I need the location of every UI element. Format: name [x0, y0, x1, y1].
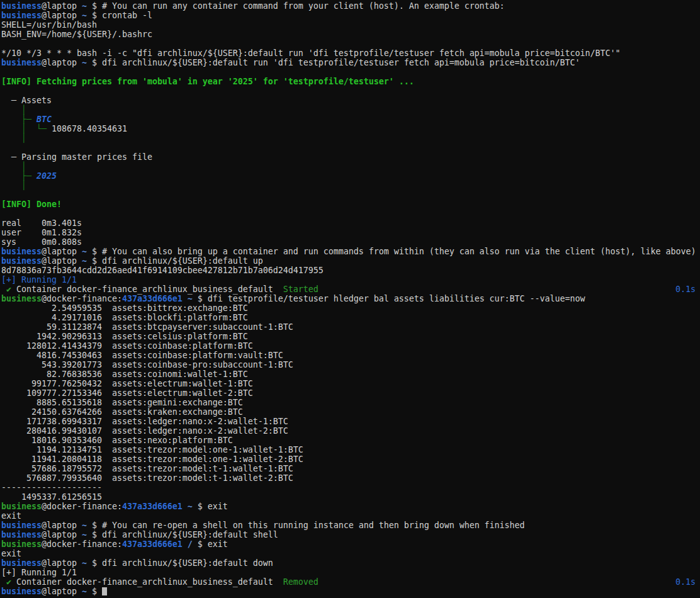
text-run: ~ — [82, 1, 87, 11]
terminal-line: business@laptop ~ $ crontab -l — [1, 11, 700, 20]
terminal-line: user 0m1.832s — [1, 228, 700, 237]
terminal-line: 280416.99430107 assets:ledger:nano:x-2:w… — [1, 426, 700, 436]
terminal-line: [+] Running 1/1 — [1, 275, 700, 285]
text-run: 82.76838536 assets:coinomi:wallet-1:BTC — [1, 370, 248, 379]
text-run: Container docker-finance_archlinux_busin… — [16, 577, 283, 587]
terminal-line: real 0m3.401s — [1, 218, 700, 228]
terminal-line: 18016.90353460 assets:nexo:platform:BTC — [1, 436, 700, 445]
text-run: ─ Assets — [1, 96, 52, 105]
text-run: │ — [1, 162, 26, 171]
terminal-line: 59.31123874 assets:btcpayserver:subaccou… — [1, 322, 700, 332]
text-run: $ dfi archlinux/${USER}:default shell — [87, 530, 278, 539]
cursor — [102, 587, 107, 595]
terminal-line: business@laptop ~ $ dfi archlinux/${USER… — [1, 530, 700, 539]
text-run: sys 0m0.808s — [1, 237, 82, 247]
text-run: $ — [87, 587, 102, 596]
terminal-line: ✔ Container docker-finance_archlinux_bus… — [1, 285, 700, 294]
terminal-line: 8d78836a73fb3644cdd2d26aed41f6914109cbee… — [1, 266, 700, 275]
text-run: 59.31123874 assets:btcpayserver:subaccou… — [1, 322, 293, 332]
terminal-line — [1, 86, 700, 96]
text-run: ~ — [82, 530, 87, 539]
terminal-line — [1, 190, 700, 200]
text-run: 2.54959535 assets:bittrex:exchange:BTC — [1, 303, 248, 313]
terminal-line: exit — [1, 549, 700, 558]
text-run: business — [1, 587, 42, 596]
text-run: ─ Parsing master prices file — [1, 152, 152, 162]
text-run: -------------------- — [1, 483, 102, 492]
terminal-line: [INFO] Done! — [1, 200, 700, 209]
terminal-line: business@laptop ~ $ dfi archlinux/${USER… — [1, 558, 700, 568]
terminal-line: 2.54959535 assets:bittrex:exchange:BTC — [1, 303, 700, 313]
terminal-line: 576887.79935640 assets:trezor:model:t-1:… — [1, 473, 700, 483]
terminal-line: ├─ BTC — [1, 115, 700, 124]
text-run: Container docker-finance_archlinux_busin… — [16, 285, 283, 294]
text-run: │ — [1, 105, 26, 115]
text-run: ✔ — [1, 285, 16, 294]
terminal-line: [+] Running 1/1 — [1, 568, 700, 577]
terminal-line: 99177.76250432 assets:electrum:wallet-1:… — [1, 379, 700, 388]
text-run: business — [1, 502, 42, 511]
text-run: @laptop — [42, 58, 82, 67]
text-run: │ — [1, 181, 26, 190]
terminal-line: 4816.74530463 assets:coinbase:platform:v… — [1, 351, 700, 360]
terminal-line: 57686.18795572 assets:trezor:model:t-1:w… — [1, 464, 700, 473]
text-run: 8885.65135618 assets:gemini:exchange:BTC — [1, 398, 243, 407]
text-run: @laptop — [42, 558, 82, 568]
text-run: $ # You can also bring up a container an… — [87, 247, 696, 256]
text-run: @laptop — [42, 11, 82, 20]
terminal-line: │ — [1, 162, 700, 171]
text-run: business — [1, 11, 42, 20]
terminal-line: SHELL=/usr/bin/bash — [1, 20, 700, 30]
terminal-line — [1, 209, 700, 218]
text-run: 437a33d666e1 — [122, 539, 183, 549]
text-run: ~ — [82, 247, 87, 256]
text-run: $ dfi archlinux/${USER}:default up — [87, 256, 263, 266]
terminal-line: exit — [1, 511, 700, 521]
terminal-line: 543.39201773 assets:coinbase-pro:subacco… — [1, 360, 700, 370]
terminal-line: business@laptop ~ $ dfi archlinux/${USER… — [1, 256, 700, 266]
text-run: / — [188, 539, 193, 549]
terminal-line: │ — [1, 105, 700, 115]
elapsed-time: 0.1s — [675, 285, 696, 294]
text-run: 4816.74530463 assets:coinbase:platform:v… — [1, 351, 283, 360]
text-run: 99177.76250432 assets:electrum:wallet-1:… — [1, 379, 253, 388]
text-run: 4.29171016 assets:blockfi:platform:BTC — [1, 313, 248, 322]
terminal-line: 8885.65135618 assets:gemini:exchange:BTC — [1, 398, 700, 407]
terminal-line: */10 */3 * * * bash -i -c "dfi archlinux… — [1, 48, 700, 58]
text-run: │ — [1, 133, 26, 143]
terminal-line: 11941.20804118 assets:trezor:model:one-1… — [1, 454, 700, 464]
terminal-line: business@laptop ~ $ # You can also bring… — [1, 247, 700, 256]
text-run: 1942.90296313 assets:celsius:platform:BT… — [1, 332, 248, 341]
terminal-line: sys 0m0.808s — [1, 237, 700, 247]
text-run: [INFO] Done! — [1, 200, 62, 209]
terminal-line: 82.76838536 assets:coinomi:wallet-1:BTC — [1, 370, 700, 379]
text-run: exit — [1, 511, 21, 521]
terminal-line: ✔ Container docker-finance_archlinux_bus… — [1, 577, 700, 587]
text-run: [INFO] Fetching prices from 'mobula' in … — [1, 77, 414, 86]
text-run: 128012.41434379 assets:coinbase:platform… — [1, 341, 253, 351]
text-run: ~ — [82, 558, 87, 568]
terminal-line: 24150.63764266 assets:kraken:exchange:BT… — [1, 407, 700, 417]
text-run: Removed — [283, 577, 319, 587]
text-run: 57686.18795572 assets:trezor:model:t-1:w… — [1, 464, 293, 473]
terminal-line — [1, 67, 700, 77]
text-run: ~ — [82, 521, 87, 530]
terminal-screen[interactable]: business@laptop ~ $ # You can run any co… — [0, 0, 700, 598]
text-run: │ └─ — [1, 124, 52, 133]
terminal-line: 1942.90296313 assets:celsius:platform:BT… — [1, 332, 700, 341]
text-run: $ dfi archlinux/${USER}:default down — [87, 558, 273, 568]
text-run: 2025 — [37, 171, 57, 181]
text-run: 18016.90353460 assets:nexo:platform:BTC — [1, 436, 233, 445]
terminal-line: business@docker-finance:437a33d666e1 / $… — [1, 539, 700, 549]
text-run: Started — [283, 285, 319, 294]
terminal-line: ├─ 2025 — [1, 171, 700, 181]
text-run: 437a33d666e1 — [122, 502, 183, 511]
text-run: $ # You can run any container command fr… — [87, 1, 505, 11]
terminal-line: BASH_ENV=/home/${USER}/.bashrc — [1, 30, 700, 39]
text-run: SHELL=/usr/bin/bash — [1, 20, 97, 30]
text-run: 24150.63764266 assets:kraken:exchange:BT… — [1, 407, 243, 417]
text-run: 437a33d666e1 — [122, 294, 183, 303]
text-run: 0.1s — [675, 285, 696, 294]
text-run: 576887.79935640 assets:trezor:model:t-1:… — [1, 473, 293, 483]
text-run: 8d78836a73fb3644cdd2d26aed41f6914109cbee… — [1, 266, 324, 275]
